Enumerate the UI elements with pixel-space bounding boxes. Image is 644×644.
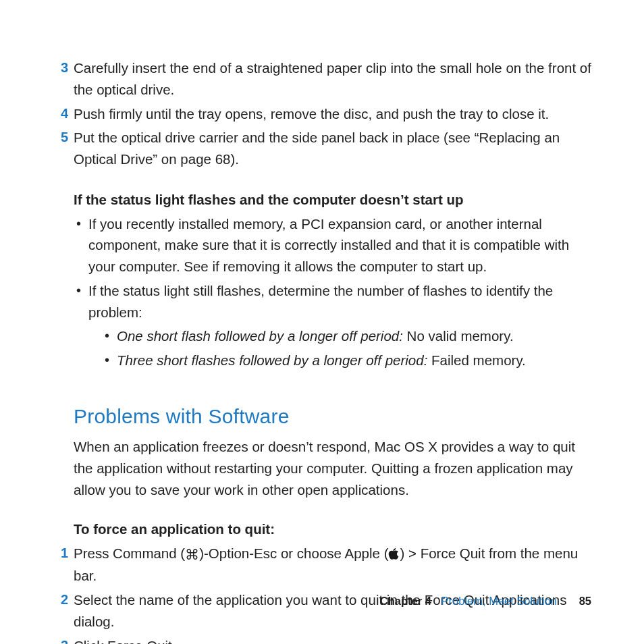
section-intro: When an application freezes or doesn’t r…	[74, 436, 598, 500]
flash-pattern-2: Three short flashes followed by a longer…	[103, 350, 598, 371]
step-number: 1	[53, 543, 68, 564]
bullet-text: If you recently installed memory, a PCI …	[88, 216, 569, 275]
flash-pattern-1: One short flash followed by a longer off…	[103, 325, 598, 347]
command-key-icon: ⌘	[185, 544, 199, 566]
status-bullet-1: If you recently installed memory, a PCI …	[74, 213, 598, 277]
step-5: 5 Put the optical drive carrier and the …	[74, 127, 598, 170]
step-4: 4 Push firmly until the tray opens, remo…	[74, 103, 598, 125]
flash-pattern-desc: Failed memory.	[427, 352, 525, 368]
flash-pattern-em: Three short flashes followed by a longer…	[117, 352, 427, 368]
section-title-problems-software: Problems with Software	[74, 401, 598, 433]
step-number: 5	[53, 127, 68, 148]
numbered-steps-top: 3 Carefully insert the end of a straight…	[74, 57, 598, 170]
flash-pattern-desc: No valid memory.	[403, 328, 514, 344]
document-page: 3 Carefully insert the end of a straight…	[0, 0, 644, 644]
step-text: Click Force Quit.	[74, 638, 176, 644]
page-footer: Chapter 4 Problem, Meet Solution 85	[380, 595, 591, 608]
step-text-mid: )-Option-Esc or choose Apple (	[199, 545, 388, 561]
step-number: 4	[53, 103, 68, 124]
force-quit-heading: To force an application to quit:	[74, 518, 598, 540]
force-quit-step-1: 1 Press Command (⌘)-Option-Esc or choose…	[74, 543, 598, 587]
step-text: Carefully insert the end of a straighten…	[74, 60, 591, 97]
flash-pattern-list: One short flash followed by a longer off…	[88, 325, 598, 371]
step-text: Push firmly until the tray opens, remove…	[74, 106, 549, 122]
numbered-steps-force-quit: 1 Press Command (⌘)-Option-Esc or choose…	[74, 543, 598, 644]
page-number: 85	[579, 595, 591, 607]
step-text: Put the optical drive carrier and the si…	[74, 130, 560, 167]
force-quit-step-3: 3 Click Force Quit.	[74, 635, 598, 644]
status-bullet-2: If the status light still flashes, deter…	[74, 280, 598, 371]
bullet-text: If the status light still flashes, deter…	[88, 283, 553, 320]
page-content: 3 Carefully insert the end of a straight…	[74, 57, 598, 644]
step-number: 3	[53, 57, 68, 78]
chapter-title: Problem, Meet Solution	[441, 595, 558, 607]
status-bullets: If you recently installed memory, a PCI …	[74, 213, 598, 371]
step-number: 3	[53, 635, 68, 644]
flash-pattern-em: One short flash followed by a longer off…	[117, 328, 403, 344]
step-3: 3 Carefully insert the end of a straight…	[74, 57, 598, 101]
chapter-label: Chapter 4	[380, 595, 431, 607]
status-light-heading: If the status light flashes and the comp…	[74, 189, 598, 211]
step-number: 2	[53, 589, 68, 610]
step-text-pre: Press Command (	[74, 545, 185, 561]
apple-logo-icon	[388, 545, 400, 561]
